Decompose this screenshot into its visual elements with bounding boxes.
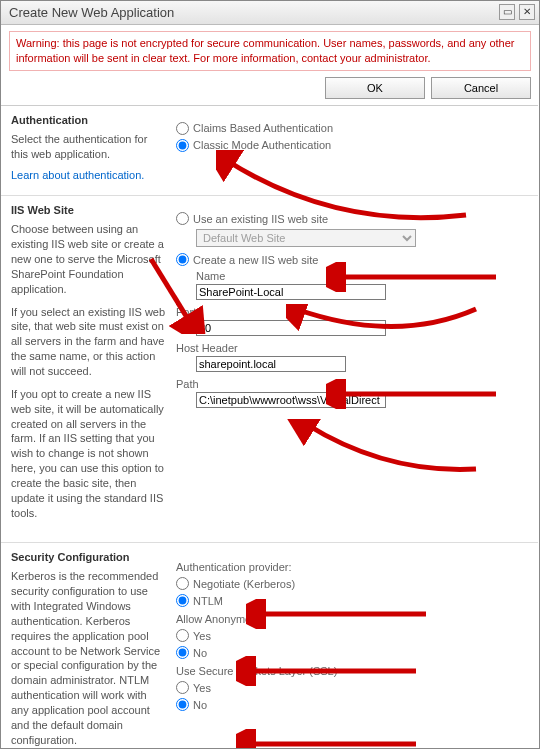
radio-existing-iis[interactable] xyxy=(176,212,189,225)
maximize-icon[interactable]: ▭ xyxy=(499,4,515,20)
input-port[interactable] xyxy=(196,320,386,336)
label-claims-auth: Claims Based Authentication xyxy=(193,122,333,134)
radio-anon-yes[interactable] xyxy=(176,629,189,642)
select-existing-site[interactable]: Default Web Site xyxy=(196,229,416,247)
label-ntlm: NTLM xyxy=(193,595,223,607)
label-auth-provider: Authentication provider: xyxy=(176,561,528,573)
iis-desc-2: If you select an existing IIS web site, … xyxy=(11,305,166,379)
radio-negotiate[interactable] xyxy=(176,577,189,590)
radio-anon-no[interactable] xyxy=(176,646,189,659)
radio-ssl-yes[interactable] xyxy=(176,681,189,694)
label-anon-yes: Yes xyxy=(193,630,211,642)
label-ssl-no: No xyxy=(193,699,207,711)
auth-desc: Select the authentication for this web a… xyxy=(11,132,166,162)
input-name[interactable] xyxy=(196,284,386,300)
radio-ntlm[interactable] xyxy=(176,594,189,607)
section-heading-security: Security Configuration xyxy=(11,551,166,563)
dialog-titlebar: Create New Web Application ▭ ✕ xyxy=(1,1,539,25)
radio-classic-auth[interactable] xyxy=(176,139,189,152)
label-allow-anon: Allow Anonymous xyxy=(176,613,528,625)
label-negotiate: Negotiate (Kerberos) xyxy=(193,578,295,590)
label-name: Name xyxy=(196,270,528,282)
form-scroll-area[interactable]: Authentication Select the authentication… xyxy=(1,105,538,748)
radio-create-iis[interactable] xyxy=(176,253,189,266)
label-create-iis: Create a new IIS web site xyxy=(193,254,318,266)
ok-button[interactable]: OK xyxy=(325,77,425,99)
input-path[interactable] xyxy=(196,392,386,408)
label-ssl-yes: Yes xyxy=(193,682,211,694)
annotation-arrow xyxy=(276,419,486,479)
annotation-arrow xyxy=(236,729,426,748)
label-port: Port xyxy=(176,306,528,318)
security-desc-1: Kerberos is the recommended security con… xyxy=(11,569,166,747)
iis-desc-1: Choose between using an existing IIS web… xyxy=(11,222,166,296)
label-path: Path xyxy=(176,378,528,390)
label-hostheader: Host Header xyxy=(176,342,528,354)
cancel-button[interactable]: Cancel xyxy=(431,77,531,99)
radio-ssl-no[interactable] xyxy=(176,698,189,711)
label-classic-auth: Classic Mode Authentication xyxy=(193,139,331,151)
warning-banner: Warning: this page is not encrypted for … xyxy=(9,31,531,71)
iis-desc-3: If you opt to create a new IIS web site,… xyxy=(11,387,166,521)
label-ssl: Use Secure Sockets Layer (SSL) xyxy=(176,665,528,677)
section-heading-iis: IIS Web Site xyxy=(11,204,166,216)
section-heading-authentication: Authentication xyxy=(11,114,166,126)
label-anon-no: No xyxy=(193,647,207,659)
dialog-title: Create New Web Application xyxy=(9,5,174,20)
input-hostheader[interactable] xyxy=(196,356,346,372)
close-icon[interactable]: ✕ xyxy=(519,4,535,20)
learn-auth-link[interactable]: Learn about authentication. xyxy=(11,169,144,181)
label-existing-iis: Use an existing IIS web site xyxy=(193,213,328,225)
radio-claims-auth[interactable] xyxy=(176,122,189,135)
